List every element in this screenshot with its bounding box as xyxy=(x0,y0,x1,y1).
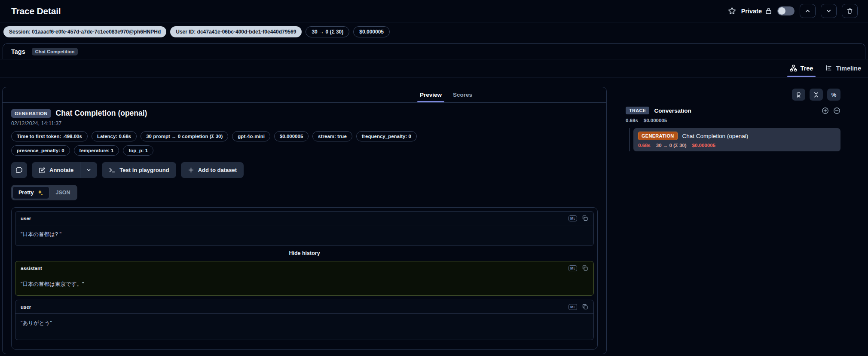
format-toggle: Pretty JSON xyxy=(11,185,77,200)
trace-tree-sidebar: % TRACE Conversation 0.68s $0.000005 GEN… xyxy=(607,87,868,151)
session-badge[interactable]: Session: 01aaacf6-e0fe-457d-a7de-7c1ee08… xyxy=(3,26,166,37)
generation-node-title: Chat Completion (openai) xyxy=(682,133,749,139)
copy-icon[interactable] xyxy=(582,265,588,271)
message-assistant: assistant M↓ "日本の首都は東京です。" xyxy=(15,261,594,296)
generation-latency: 0.68s xyxy=(638,143,651,148)
message-user-2: user M↓ "ありがとう" xyxy=(15,300,594,340)
plus-icon xyxy=(188,167,194,173)
next-trace-button[interactable] xyxy=(821,4,837,18)
message-tools: M↓ xyxy=(568,215,588,221)
sparkles-icon xyxy=(37,189,43,196)
param-pill-stream: stream: true xyxy=(312,131,352,141)
public-sharing-toggle[interactable] xyxy=(777,6,795,15)
tree-connector-line xyxy=(629,128,630,151)
message-user-1: user M↓ "日本の首都は? " xyxy=(15,211,594,246)
fold-vertical-icon xyxy=(813,92,819,98)
trace-latency: 0.68s xyxy=(626,118,638,123)
generation-node-metrics: 0.68s 30 → 0 (Σ 30) $0.000005 xyxy=(638,143,836,148)
param-pill-latency: Latency: 0.68s xyxy=(92,131,137,141)
generation-node[interactable]: GENERATION Chat Completion (openai) 0.68… xyxy=(633,128,840,151)
trace-zoom-controls xyxy=(822,107,840,114)
metrics-toggle-button[interactable]: % xyxy=(827,89,840,101)
message-header: assistant M↓ xyxy=(15,261,593,275)
privacy-text: Private xyxy=(741,8,762,15)
pretty-toggle[interactable]: Pretty xyxy=(12,186,49,199)
generation-type-badge: GENERATION xyxy=(11,109,51,118)
timeline-icon xyxy=(825,64,832,72)
markdown-toggle-icon[interactable]: M↓ xyxy=(568,265,577,271)
app-header: Trace Detail Private xyxy=(0,0,868,22)
view-tabs: Tree Timeline xyxy=(0,59,868,77)
generation-tokens: 30 → 0 (Σ 30) xyxy=(656,143,687,148)
message-header: user M↓ xyxy=(15,212,593,225)
scores-toggle-button[interactable] xyxy=(792,89,805,101)
terminal-icon xyxy=(109,167,116,174)
test-in-playground-button[interactable]: Test in playground xyxy=(102,162,176,178)
param-pill-tokens: 30 prompt → 0 completion (Σ 30) xyxy=(141,131,228,141)
markdown-toggle-icon[interactable]: M↓ xyxy=(568,304,577,310)
hide-history-button[interactable]: Hide history xyxy=(15,246,594,261)
tab-timeline-label: Timeline xyxy=(836,65,861,72)
tab-preview[interactable]: Preview xyxy=(415,87,447,102)
observation-timestamp: 02/12/2024, 14:11:37 xyxy=(11,120,598,126)
observation-panel: Preview Scores GENERATION Chat Completio… xyxy=(2,87,607,354)
add-to-dataset-button[interactable]: Add to dataset xyxy=(181,162,244,178)
lock-icon xyxy=(765,7,772,15)
annotate-pen-icon xyxy=(39,167,46,174)
param-pill-ttft: Time to first token: -498.00s xyxy=(11,131,88,141)
trace-metrics: 0.68s $0.000005 xyxy=(626,118,840,123)
plus-circle-icon[interactable] xyxy=(822,107,829,114)
comments-button[interactable] xyxy=(11,162,27,178)
json-toggle[interactable]: JSON xyxy=(49,187,76,199)
param-pill-model[interactable]: gpt-4o-mini xyxy=(232,131,270,141)
annotate-button[interactable]: Annotate xyxy=(32,162,80,178)
message-role: user xyxy=(21,304,31,310)
trace-cost: $0.000005 xyxy=(644,118,667,123)
generation-node-header: GENERATION Chat Completion (openai) xyxy=(638,132,836,140)
bookmark-star-icon[interactable] xyxy=(728,7,736,15)
tab-timeline[interactable]: Timeline xyxy=(825,59,861,77)
tab-scores[interactable]: Scores xyxy=(448,87,477,102)
percent-icon: % xyxy=(831,92,837,98)
generation-cost: $0.000005 xyxy=(692,143,715,148)
param-pill-cost: $0.000005 xyxy=(274,131,309,141)
collapse-all-button[interactable] xyxy=(810,89,823,101)
param-pill-top-p: top_p: 1 xyxy=(123,145,153,156)
meta-badges-row: Session: 01aaacf6-e0fe-457d-a7de-7c1ee08… xyxy=(0,22,868,41)
header-actions: Private xyxy=(728,4,858,18)
io-preview: user M↓ "日本の首都は? " Hide history assistan… xyxy=(11,207,598,350)
generation-node-badge: GENERATION xyxy=(638,132,678,140)
previous-trace-button[interactable] xyxy=(800,4,816,18)
param-pill-presence-penalty: presence_penalty: 0 xyxy=(11,145,70,156)
spacer xyxy=(15,296,594,300)
sidebar-actions: % xyxy=(626,89,840,101)
annotate-label: Annotate xyxy=(49,167,73,173)
page-title: Trace Detail xyxy=(11,6,61,16)
user-id-badge[interactable]: User ID: dc47a41e-06bc-400d-bde1-f0e440d… xyxy=(170,26,302,37)
content-area: Preview Scores GENERATION Chat Completio… xyxy=(0,77,868,356)
copy-icon[interactable] xyxy=(582,215,588,221)
pretty-label: Pretty xyxy=(18,190,34,196)
delete-trace-button[interactable] xyxy=(842,4,858,18)
message-role: user xyxy=(21,216,31,221)
total-cost-badge: $0.000005 xyxy=(353,26,390,37)
message-content: "日本の首都は? " xyxy=(15,225,593,246)
tag-chip[interactable]: Chat Competition xyxy=(32,48,78,55)
generation-node-wrap: GENERATION Chat Completion (openai) 0.68… xyxy=(626,128,840,151)
copy-icon[interactable] xyxy=(582,304,588,310)
annotate-dropdown-button[interactable] xyxy=(80,162,97,178)
toggle-knob xyxy=(778,7,785,15)
observation-title-row: GENERATION Chat Completion (openai) xyxy=(11,109,598,118)
markdown-toggle-icon[interactable]: M↓ xyxy=(568,215,577,221)
message-tools: M↓ xyxy=(568,304,588,310)
message-content: "ありがとう" xyxy=(15,314,593,340)
minus-circle-icon[interactable] xyxy=(833,107,840,114)
observation-body: GENERATION Chat Completion (openai) 02/1… xyxy=(3,103,606,354)
annotate-split-button: Annotate xyxy=(32,162,97,178)
chevron-down-icon xyxy=(825,8,832,14)
chevron-down-icon xyxy=(86,167,92,173)
trace-node[interactable]: TRACE Conversation xyxy=(626,107,840,114)
tree-icon xyxy=(790,64,797,72)
tab-tree[interactable]: Tree xyxy=(790,59,813,77)
observation-actions: Annotate Test in playground Add to datas… xyxy=(11,162,598,178)
